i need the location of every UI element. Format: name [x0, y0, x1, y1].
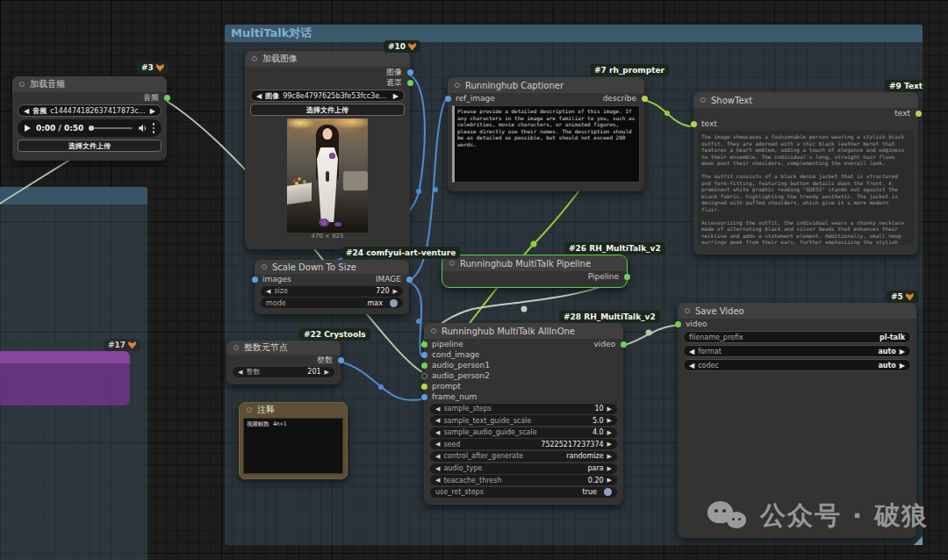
arrow-left-icon[interactable]: ◀: [689, 348, 694, 355]
volume-icon[interactable]: [138, 124, 147, 133]
filename-prefix-widget[interactable]: filename_prefix pl-talk: [683, 331, 911, 343]
node-int-primitive[interactable]: 整数元节点 整数 ◀ 整数 201 ▶: [226, 341, 341, 384]
node-show-text[interactable]: ShowText text text The image showcases a…: [693, 92, 918, 255]
use-ret-steps-widget[interactable]: use_ret_steps true: [430, 487, 617, 498]
collapse-dot[interactable]: [685, 308, 690, 313]
describe-output-slot[interactable]: [642, 96, 648, 102]
cond-image-input-slot[interactable]: [421, 352, 427, 358]
group-multitalk-header[interactable]: MultiTalk对话: [225, 25, 923, 42]
kebab-menu-icon[interactable]: [153, 123, 155, 133]
pipeline-input-slot[interactable]: [421, 341, 427, 348]
collapse-dot[interactable]: [247, 407, 252, 413]
group-resize-handle[interactable]: [914, 536, 923, 545]
image-upload-button[interactable]: 选择文件上传: [250, 104, 405, 116]
sample-steps-widget[interactable]: ◀sample_steps 10▶: [430, 404, 617, 414]
show-text-content[interactable]: The image showcases a fashionable person…: [698, 131, 914, 245]
node-load-image[interactable]: 加载图像 图像 遮罩 ◀ 图像 99c8e4797625b3fe53fcc3ec…: [245, 51, 410, 249]
describe-output-label: describe: [603, 94, 636, 103]
node-multitalk-pipeline[interactable]: Runninghub MultiTalk Pipeline Pipeline: [442, 255, 628, 288]
badge-int: #22 Crystools: [299, 328, 370, 341]
int-output-label: 整数: [317, 355, 333, 366]
prompt-input-slot[interactable]: [421, 384, 427, 390]
video-output-slot[interactable]: [621, 341, 627, 348]
audio-output-slot[interactable]: [164, 95, 170, 101]
audio-upload-button[interactable]: 选择文件上传: [18, 140, 162, 152]
text-output-slot[interactable]: [916, 111, 922, 117]
node-graph-canvas[interactable]: MultiTalk对话 音频: [0, 0, 948, 560]
arrow-right-icon[interactable]: ▶: [393, 288, 398, 295]
collapse-dot[interactable]: [700, 97, 706, 103]
collapse-dot[interactable]: [449, 261, 455, 266]
wechat-icon: [707, 499, 750, 534]
mode-widget[interactable]: mode max: [261, 298, 403, 308]
image-output-slot[interactable]: [407, 69, 413, 75]
collapse-dot[interactable]: [233, 345, 239, 350]
control-after-generate-widget[interactable]: ◀control_after_generate randomize▶: [430, 451, 617, 462]
group-title: MultiTalk对话: [231, 25, 312, 41]
collapse-dot[interactable]: [455, 83, 460, 88]
image-out-label: IMAGE: [376, 275, 401, 284]
badge-save-video: #5: [887, 291, 918, 303]
images-input-slot[interactable]: [252, 276, 258, 283]
badge-purple: #17: [104, 339, 140, 351]
collapse-dot[interactable]: [252, 56, 257, 61]
image-combo-value: 99c8e4797625b3fe53fcc3ec63bf408764...: [283, 92, 390, 100]
node-purple-audio[interactable]: 音频: [0, 351, 130, 406]
audio-combo-label: 音频: [32, 106, 47, 116]
pipeline-output-slot[interactable]: [624, 274, 630, 280]
group-left-header[interactable]: [0, 187, 147, 205]
images-input-label: images: [262, 275, 291, 284]
captioner-prompt-textarea[interactable]: Please provide a detailed description of…: [452, 105, 640, 183]
arrow-left-icon[interactable]: ◀: [24, 107, 29, 115]
format-widget[interactable]: ◀ format auto ▶: [683, 345, 911, 357]
seed-widget[interactable]: ◀seed 75225217237374▶: [430, 439, 617, 449]
use-ret-steps-toggle-knob[interactable]: [604, 488, 612, 496]
frame-num-input-slot[interactable]: [421, 394, 427, 400]
collapse-dot[interactable]: [431, 328, 436, 334]
sample-text-guide-widget[interactable]: ◀sample_text_guide_scale 5.0▶: [430, 415, 617, 426]
int-output-slot[interactable]: [338, 357, 344, 363]
badge-load-image: #10: [384, 40, 420, 53]
node-scale-down[interactable]: Scale Down To Size images IMAGE ◀ size 7…: [255, 260, 409, 314]
image-out-slot[interactable]: [406, 276, 413, 283]
audio-person2-input-slot[interactable]: [421, 373, 427, 379]
node-load-audio[interactable]: 加载音频 音频 ◀ 音频 c144474182637417873c8940b8c…: [12, 76, 167, 161]
arrow-left-icon[interactable]: ◀: [238, 369, 242, 376]
codec-widget[interactable]: ◀ codec auto ▶: [683, 359, 911, 371]
sample-audio-guide-widget[interactable]: ◀sample_audio_guide_scale 4.0▶: [430, 427, 617, 438]
audio-person1-input-slot[interactable]: [421, 363, 427, 369]
arrow-left-icon[interactable]: ◀: [689, 362, 694, 370]
video-output-label: video: [593, 340, 615, 348]
arrow-right-icon[interactable]: ▶: [900, 362, 905, 370]
node-captioner[interactable]: Runninghub Captioner ref_image describe …: [448, 77, 644, 191]
size-widget[interactable]: ◀ size 720 ▶: [261, 286, 403, 297]
int-widget[interactable]: ◀ 整数 201 ▶: [233, 367, 334, 377]
collapse-dot[interactable]: [19, 82, 25, 87]
node-multitalk-allinone[interactable]: Runninghub MultiTalk AllInOne pipeline v…: [424, 323, 623, 505]
mask-output-slot[interactable]: [407, 80, 413, 86]
mode-toggle-knob[interactable]: [390, 299, 398, 307]
node-note[interactable]: 注释 视频帧数 4n+1: [239, 402, 348, 479]
video-input-slot[interactable]: [675, 321, 681, 327]
arrow-right-icon[interactable]: ▶: [150, 107, 155, 115]
video-input-label: video: [686, 319, 707, 328]
audio-file-combo[interactable]: ◀ 音频 c144474182637417873c8940b8c9... ▶: [18, 104, 162, 117]
arrow-left-icon[interactable]: ◀: [256, 92, 262, 100]
image-file-combo[interactable]: ◀ 图像 99c8e4797625b3fe53fcc3ec63bf408764.…: [250, 90, 405, 102]
text-input-slot[interactable]: [691, 121, 697, 127]
arrow-right-icon[interactable]: ▶: [393, 92, 399, 100]
audio-seek-slider[interactable]: [89, 127, 132, 129]
fox-icon: [128, 341, 136, 349]
play-icon[interactable]: [25, 125, 31, 132]
arrow-right-icon[interactable]: ▶: [900, 348, 905, 355]
arrow-left-icon[interactable]: ◀: [266, 288, 270, 295]
teacache-thresh-widget[interactable]: ◀teacache_thresh 0.20▶: [430, 475, 617, 485]
audio-type-widget[interactable]: ◀audio_type para▶: [430, 463, 617, 474]
note-title: 注释: [257, 404, 275, 416]
arrow-right-icon[interactable]: ▶: [325, 369, 329, 376]
collapse-dot[interactable]: [262, 264, 267, 269]
audio-player[interactable]: 0:00 / 0:50: [18, 119, 162, 137]
ref-image-input-slot[interactable]: [445, 96, 451, 102]
note-content[interactable]: 视频帧数 4n+1: [243, 418, 343, 474]
scale-title: Scale Down To Size: [272, 262, 356, 272]
